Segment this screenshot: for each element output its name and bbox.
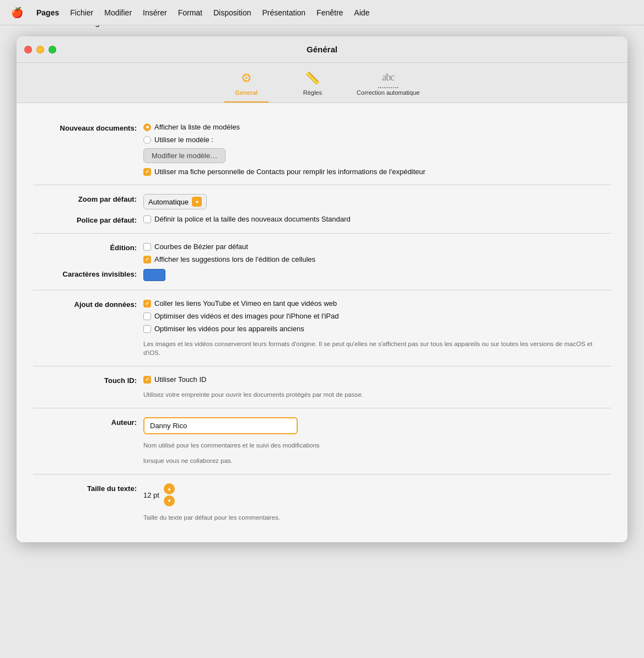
content-touchid: Utiliser Touch ID Utilisez votre emprein…: [143, 375, 611, 399]
hint-touchid: Utilisez votre empreinte pour ouvrir les…: [143, 390, 611, 399]
checkbox-row-suggestions: Afficher les suggestions lors de l'éditi…: [143, 255, 611, 263]
window-title: Général: [307, 45, 337, 54]
row-edition: Édition: Courbes de Bézier par défaut Af…: [33, 242, 611, 263]
radio-row-modele: Utiliser le modèle :: [143, 136, 611, 144]
row-caracteres: Caractères invisibles:: [33, 269, 611, 281]
checkbox-row-touchid: Utiliser Touch ID: [143, 375, 611, 384]
checkbox-suggestions[interactable]: [143, 256, 151, 263]
menubar: 🍎 Pages Fichier Modifier Insérer Format …: [0, 0, 644, 25]
section-nouveaux-docs: Nouveaux documents: Afficher la liste de…: [33, 114, 611, 185]
label-suggestions: Afficher les suggestions lors de l'éditi…: [154, 255, 315, 263]
titlebar: Général: [17, 36, 627, 63]
section-edition: Édition: Courbes de Bézier par défaut Af…: [33, 234, 611, 290]
menu-modifier[interactable]: Modifier: [100, 6, 136, 19]
checkbox-touchid[interactable]: [143, 376, 151, 384]
zoom-dropdown-arrow: ▾: [192, 197, 202, 207]
toolbar: ⚙ General 📏 Règles abc Correction automa…: [17, 63, 627, 103]
label-touchid-checkbox: Utiliser Touch ID: [154, 375, 206, 384]
content-area: Nouveaux documents: Afficher la liste de…: [17, 103, 627, 542]
menu-fichier[interactable]: Fichier: [66, 6, 98, 19]
row-ajout: Ajout de données: Coller les liens YouTu…: [33, 299, 611, 357]
label-bezier: Courbes de Bézier par défaut: [154, 242, 248, 251]
checkbox-row-police: Définir la police et la taille des nouve…: [143, 215, 611, 223]
tab-correction[interactable]: abc Correction automatique: [357, 68, 420, 103]
menu-fenetre[interactable]: Fenêtre: [312, 6, 347, 19]
row-auteur: Auteur: Nom utilisé pour les commentaire…: [33, 417, 611, 465]
zoom-inline: Automatique ▾: [143, 194, 611, 209]
checkbox-row-youtube: Coller les liens YouTube et Vimeo en tan…: [143, 299, 611, 308]
label-anciens: Optimiser les vidéos pour les appareils …: [154, 325, 304, 333]
btn-modifier-modele[interactable]: Modifier le modèle…: [143, 148, 226, 163]
label-iphone: Optimiser des vidéos et des images pour …: [154, 312, 339, 320]
label-caracteres: Caractères invisibles:: [33, 269, 143, 278]
content-ajout: Coller les liens YouTube et Vimeo en tan…: [143, 299, 611, 357]
content-nouveaux-docs: Afficher la liste de modèles Utiliser le…: [143, 123, 611, 176]
checkbox-anciens[interactable]: [143, 325, 151, 333]
label-taille-texte: Taille du texte:: [33, 483, 143, 493]
zoom-value: Automatique: [148, 198, 189, 206]
hint-auteur-2: lorsque vous ne collaborez pas.: [143, 456, 611, 465]
ruler-icon: 📏: [303, 68, 323, 88]
section-auteur: Auteur: Nom utilisé pour les commentaire…: [33, 408, 611, 474]
label-edition: Édition:: [33, 242, 143, 252]
tab-regles-label: Règles: [303, 89, 322, 96]
label-utiliser-modele: Utiliser le modèle :: [154, 136, 213, 144]
hint-auteur-1: Nom utilisé pour les commentaires et le …: [143, 441, 611, 450]
menu-aide[interactable]: Aide: [350, 6, 374, 19]
content-zoom: Automatique ▾: [143, 194, 611, 209]
gear-icon: ⚙: [237, 68, 256, 88]
checkbox-police[interactable]: [143, 215, 151, 223]
section-touchid: Touch ID: Utiliser Touch ID Utilisez vot…: [33, 366, 611, 408]
label-nouveaux-docs: Nouveaux documents:: [33, 123, 143, 132]
tab-general[interactable]: ⚙ General: [224, 68, 269, 103]
window-controls: [24, 46, 56, 53]
checkbox-iphone[interactable]: [143, 312, 151, 320]
tab-regles[interactable]: 📏 Règles: [291, 68, 335, 103]
menu-disposition[interactable]: Disposition: [209, 6, 255, 19]
maximize-button[interactable]: [49, 46, 56, 53]
content-police: Définir la police et la taille des nouve…: [143, 215, 611, 223]
auteur-input[interactable]: [143, 417, 298, 434]
taille-texte-stepper: 12 pt ▲ ▼: [143, 483, 611, 506]
menu-format[interactable]: Format: [174, 6, 207, 19]
label-police: Police par défaut:: [33, 215, 143, 224]
menu-presentation[interactable]: Présentation: [257, 6, 310, 19]
settings-window: Général ⚙ General 📏 Règles abc Correctio…: [17, 36, 627, 542]
checkbox-row-iphone: Optimiser des vidéos et des images pour …: [143, 312, 611, 320]
menu-pages[interactable]: Pages: [32, 6, 63, 19]
taille-value: 12 pt: [143, 491, 159, 499]
section-ajout: Ajout de données: Coller les liens YouTu…: [33, 290, 611, 366]
checkbox-youtube[interactable]: [143, 300, 151, 308]
hint-taille-texte: Taille du texte par défaut pour les comm…: [143, 513, 611, 522]
row-nouveaux-docs: Nouveaux documents: Afficher la liste de…: [33, 123, 611, 176]
content-caracteres: [143, 269, 611, 281]
section-zoom-police: Zoom par défaut: Automatique ▾ Police pa…: [33, 185, 611, 234]
minimize-button[interactable]: [36, 46, 44, 53]
label-liste-modeles: Afficher la liste de modèles: [154, 123, 240, 131]
checkbox-contacts[interactable]: [143, 168, 151, 176]
content-auteur: Nom utilisé pour les commentaires et le …: [143, 417, 611, 465]
stepper-down[interactable]: ▼: [164, 495, 175, 506]
close-button[interactable]: [24, 46, 32, 53]
row-zoom: Zoom par défaut: Automatique ▾: [33, 194, 611, 209]
label-contacts: Utiliser ma fiche personnelle de Contact…: [154, 168, 426, 176]
row-taille-texte: Taille du texte: 12 pt ▲ ▼ Taille du tex…: [33, 483, 611, 522]
menu-inserer[interactable]: Insérer: [138, 6, 171, 19]
label-youtube: Coller les liens YouTube et Vimeo en tan…: [154, 299, 337, 308]
content-edition: Courbes de Bézier par défaut Afficher le…: [143, 242, 611, 263]
radio-row-liste: Afficher la liste de modèles: [143, 123, 611, 131]
apple-menu[interactable]: 🍎: [7, 4, 28, 21]
radio-liste-modeles[interactable]: [143, 123, 151, 131]
content-taille-texte: 12 pt ▲ ▼ Taille du texte par défaut pou…: [143, 483, 611, 522]
radio-utiliser-modele[interactable]: [143, 136, 151, 144]
label-auteur: Auteur:: [33, 417, 143, 427]
zoom-dropdown[interactable]: Automatique ▾: [143, 194, 207, 209]
abc-icon: abc: [378, 68, 398, 88]
color-swatch-caracteres[interactable]: [143, 269, 165, 281]
label-zoom: Zoom par défaut:: [33, 194, 143, 203]
label-police-checkbox: Définir la police et la taille des nouve…: [154, 215, 351, 223]
stepper-up[interactable]: ▲: [164, 483, 175, 494]
row-touchid: Touch ID: Utiliser Touch ID Utilisez vot…: [33, 375, 611, 399]
checkbox-row-bezier: Courbes de Bézier par défaut: [143, 242, 611, 251]
checkbox-bezier[interactable]: [143, 243, 151, 251]
